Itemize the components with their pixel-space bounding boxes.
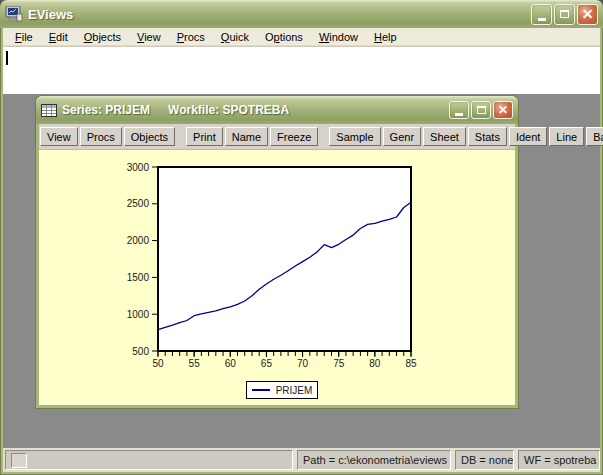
menu-edit[interactable]: Edit	[41, 29, 76, 45]
main-window-title: EViews	[28, 7, 531, 22]
eviews-app-icon	[5, 6, 23, 22]
text-caret	[6, 51, 8, 65]
menu-file[interactable]: File	[7, 29, 41, 45]
prijem-line-chart: 500100015002000250030005055606570758085	[39, 150, 515, 405]
menu-view[interactable]: View	[129, 29, 169, 45]
svg-text:70: 70	[297, 358, 309, 369]
command-window[interactable]	[3, 46, 600, 94]
series-spreadsheet-icon	[41, 104, 57, 117]
status-message-field[interactable]	[5, 450, 293, 470]
svg-text:60: 60	[225, 358, 237, 369]
minimize-icon	[538, 18, 546, 21]
series-title-part: Series: PRIJEM	[62, 103, 150, 117]
series-maximize-button[interactable]	[471, 101, 491, 119]
mdi-workspace: Series: PRIJEM Workfile: SPOTREBA ✕ View…	[3, 94, 600, 448]
svg-text:3000: 3000	[127, 162, 150, 173]
series-toolbar: ViewProcsObjectsPrintNameFreezeSampleGen…	[39, 124, 515, 150]
toolbar-button-procs[interactable]: Procs	[80, 127, 122, 146]
minimize-icon	[455, 113, 463, 116]
status-grip-box	[11, 453, 27, 468]
series-window-titlebar[interactable]: Series: PRIJEM Workfile: SPOTREBA ✕	[36, 96, 518, 124]
toolbar-button-sample[interactable]: Sample	[329, 127, 380, 146]
menu-quick[interactable]: Quick	[213, 29, 257, 45]
menu-options[interactable]: Options	[257, 29, 311, 45]
main-menubar: FileEditObjectsViewProcsQuickOptionsWind…	[3, 28, 600, 46]
series-window: Series: PRIJEM Workfile: SPOTREBA ✕ View…	[36, 96, 518, 408]
menu-window[interactable]: Window	[311, 29, 366, 45]
chart-client-area: 500100015002000250030005055606570758085 …	[39, 150, 515, 405]
svg-text:75: 75	[333, 358, 345, 369]
toolbar-button-name[interactable]: Name	[225, 127, 268, 146]
toolbar-button-print[interactable]: Print	[186, 127, 223, 146]
series-minimize-button[interactable]	[449, 101, 469, 119]
legend-line-sample	[252, 389, 270, 391]
workfile-title-part: Workfile: SPOTREBA	[168, 103, 289, 117]
toolbar-button-bar[interactable]: Bar	[586, 127, 603, 146]
main-titlebar[interactable]: EViews ✕	[0, 0, 603, 28]
eviews-application-window: EViews ✕ FileEditObjectsViewProcsQuickOp…	[0, 0, 603, 475]
status-wf-field: WF = spotreba	[518, 450, 600, 470]
status-db-field: DB = none	[455, 450, 514, 470]
svg-text:1500: 1500	[127, 272, 150, 283]
chart-legend: PRIJEM	[246, 381, 318, 399]
svg-text:80: 80	[369, 358, 381, 369]
maximize-icon	[560, 10, 569, 18]
svg-text:65: 65	[261, 358, 273, 369]
menu-procs[interactable]: Procs	[169, 29, 213, 45]
toolbar-button-sheet[interactable]: Sheet	[423, 127, 466, 146]
series-close-button[interactable]: ✕	[493, 101, 513, 119]
statusbar: Path = c:\ekonometria\eviews DB = none W…	[3, 448, 600, 472]
toolbar-button-objects[interactable]: Objects	[124, 127, 175, 146]
toolbar-button-ident[interactable]: Ident	[509, 127, 547, 146]
svg-text:2500: 2500	[127, 198, 150, 209]
series-window-title: Series: PRIJEM Workfile: SPOTREBA	[62, 103, 449, 117]
toolbar-button-stats[interactable]: Stats	[468, 127, 507, 146]
svg-text:1000: 1000	[127, 309, 150, 320]
svg-text:55: 55	[189, 358, 201, 369]
toolbar-button-line[interactable]: Line	[549, 127, 584, 146]
minimize-button[interactable]	[531, 4, 552, 25]
legend-series-label: PRIJEM	[276, 385, 313, 396]
toolbar-button-genr[interactable]: Genr	[383, 127, 421, 146]
svg-text:85: 85	[405, 358, 417, 369]
maximize-icon	[477, 106, 486, 114]
menu-help[interactable]: Help	[366, 29, 405, 45]
toolbar-button-freeze[interactable]: Freeze	[270, 127, 318, 146]
menu-objects[interactable]: Objects	[76, 29, 129, 45]
svg-text:500: 500	[132, 346, 149, 357]
close-button[interactable]: ✕	[577, 4, 598, 25]
close-icon: ✕	[582, 7, 594, 21]
svg-text:50: 50	[152, 358, 164, 369]
svg-text:2000: 2000	[127, 235, 150, 246]
close-icon: ✕	[498, 104, 508, 116]
status-path-field: Path = c:\ekonometria\eviews	[297, 450, 451, 470]
maximize-button[interactable]	[554, 4, 575, 25]
toolbar-button-view[interactable]: View	[40, 127, 78, 146]
